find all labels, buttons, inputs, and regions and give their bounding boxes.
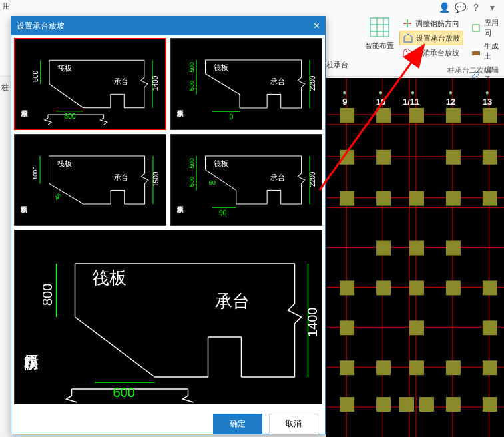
svg-line-89 — [205, 74, 239, 95]
svg-rect-59 — [376, 397, 391, 412]
svg-text:500: 500 — [188, 158, 194, 168]
ribbon-adjust-rebar[interactable]: 调整钢筋方向 — [399, 17, 463, 30]
side-panel-label: 桩承台 — [326, 60, 348, 70]
dialog-title-text: 设置承台放坡 — [17, 21, 65, 32]
smart-layout-button[interactable]: 智能布置 — [363, 17, 396, 51]
slope-option-4[interactable]: 防水板厚 筏板 承台 500 500 60 90 2200 — [170, 134, 323, 226]
svg-rect-47 — [409, 280, 424, 295]
slope-preview: 防水板厚 筏板 承台 800 600 1400 — [14, 230, 322, 404]
ribbon-item-label: 取消承台放坡 — [415, 48, 459, 58]
apply-icon — [471, 23, 481, 33]
dialog-titlebar[interactable]: 设置承台放坡 × — [11, 17, 325, 35]
svg-text:防水板厚: 防水板厚 — [176, 206, 184, 214]
svg-rect-10 — [473, 25, 479, 31]
svg-text:筏板: 筏板 — [57, 159, 72, 167]
chat-icon[interactable]: 💬 — [455, 2, 465, 13]
grid-label: 10 — [376, 97, 385, 107]
svg-text:●: ● — [449, 89, 453, 96]
svg-rect-55 — [409, 360, 424, 375]
svg-rect-35 — [446, 150, 461, 165]
svg-rect-50 — [340, 320, 354, 335]
svg-line-146 — [75, 317, 155, 377]
svg-text:60: 60 — [208, 179, 215, 186]
cancel-slope-icon — [402, 47, 413, 58]
soil-icon — [471, 46, 481, 57]
minimize-icon[interactable]: ▾ — [487, 2, 497, 13]
slope-dialog: 设置承台放坡 × — [11, 16, 326, 434]
svg-rect-58 — [340, 397, 354, 412]
svg-text:800: 800 — [32, 71, 39, 82]
ribbon-items-right: 应用同 生成土 编辑承 — [468, 17, 504, 87]
ribbon-cancel-slope[interactable]: 取消承台放坡 — [399, 46, 463, 59]
svg-text:承台: 承台 — [270, 77, 285, 85]
svg-rect-60 — [399, 397, 414, 412]
svg-text:1400: 1400 — [152, 75, 159, 91]
grid-label: 12 — [446, 97, 455, 107]
svg-rect-31 — [446, 108, 461, 123]
grid-label: 1/11 — [403, 97, 419, 107]
svg-rect-38 — [376, 191, 391, 206]
svg-text:600: 600 — [64, 113, 75, 120]
svg-text:500: 500 — [188, 62, 194, 72]
svg-text:45: 45 — [53, 192, 63, 201]
svg-text:●: ● — [342, 89, 346, 96]
cancel-button[interactable]: 取消 — [269, 414, 318, 434]
svg-rect-43 — [409, 241, 424, 256]
smart-layout-label: 智能布置 — [363, 41, 396, 51]
ribbon-item-label: 应用同 — [484, 18, 501, 38]
svg-text:承台: 承台 — [215, 291, 250, 311]
svg-rect-39 — [409, 191, 424, 206]
top-icons: 👤 💬 ? ▾ — [439, 2, 497, 13]
svg-line-71 — [49, 84, 83, 108]
ribbon-item-label: 生成土 — [484, 41, 501, 61]
svg-text:500: 500 — [188, 177, 194, 187]
svg-text:1500: 1500 — [152, 171, 160, 187]
svg-rect-52 — [483, 320, 497, 335]
help-icon[interactable]: ? — [471, 2, 481, 13]
slope-option-2[interactable]: 防水板厚 筏板 承台 500 500 0 2200 — [170, 38, 323, 130]
thumbnail-grid: 防水板厚 筏板 承台 800 600 1400 — [14, 38, 322, 226]
svg-rect-0 — [370, 18, 389, 37]
svg-rect-33 — [340, 150, 354, 165]
svg-text:800: 800 — [40, 284, 55, 306]
svg-rect-45 — [340, 280, 354, 295]
svg-rect-28 — [340, 108, 354, 123]
svg-rect-32 — [483, 108, 497, 123]
ribbon-panel: 智能布置 调整钢筋方向 设置承台放坡 取消承台放坡 应用同 生成土 编辑承 桩承… — [363, 13, 504, 77]
left-strip-item[interactable]: 桩 — [0, 80, 11, 95]
svg-text:承台: 承台 — [270, 173, 285, 181]
ribbon-generate-soil[interactable]: 生成土 — [468, 40, 504, 63]
close-icon[interactable]: × — [314, 20, 320, 32]
svg-rect-62 — [446, 397, 461, 412]
svg-text:防水板厚: 防水板厚 — [24, 355, 39, 370]
ribbon-apply-same[interactable]: 应用同 — [468, 17, 504, 39]
grid-label: 9 — [342, 97, 347, 107]
svg-rect-46 — [376, 280, 391, 295]
svg-rect-36 — [483, 150, 497, 165]
svg-text:防水板厚: 防水板厚 — [21, 206, 28, 214]
svg-rect-42 — [376, 241, 391, 256]
ribbon-set-slope[interactable]: 设置承台放坡 — [399, 31, 463, 45]
slope-option-1[interactable]: 防水板厚 筏板 承台 800 600 1400 — [14, 38, 166, 130]
svg-rect-11 — [472, 51, 480, 55]
svg-rect-40 — [446, 191, 461, 206]
grid-icon — [369, 17, 390, 38]
user-icon[interactable]: 👤 — [439, 2, 449, 13]
svg-rect-54 — [376, 360, 391, 375]
dialog-body: 防水板厚 筏板 承台 800 600 1400 — [11, 35, 325, 407]
svg-text:承台: 承台 — [114, 77, 128, 85]
model-canvas[interactable]: 9 10 1/11 12 13 ●●●●● — [326, 78, 504, 437]
svg-marker-7 — [404, 34, 412, 42]
svg-text:1000: 1000 — [32, 166, 39, 180]
left-strip: 桩 — [0, 80, 11, 95]
rebar-icon — [402, 18, 413, 29]
slope-option-3[interactable]: 防水板厚 筏板 承台 1000 45 1500 — [14, 134, 166, 226]
svg-rect-56 — [446, 360, 461, 375]
top-tab[interactable]: 用 — [3, 1, 10, 11]
svg-rect-61 — [419, 397, 434, 412]
ok-button[interactable]: 确定 — [213, 414, 262, 434]
svg-rect-53 — [340, 360, 354, 375]
svg-rect-30 — [409, 108, 424, 123]
svg-text:600: 600 — [113, 385, 135, 400]
svg-rect-34 — [376, 150, 391, 165]
